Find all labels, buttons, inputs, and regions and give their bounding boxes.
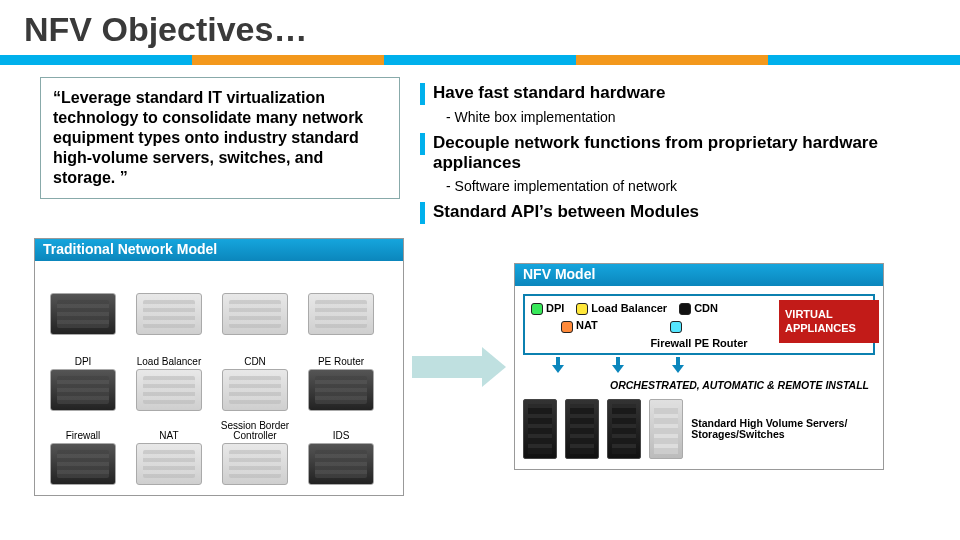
vf-label: Load Balancer — [591, 302, 667, 314]
down-arrow-icon — [553, 357, 563, 373]
hardware-grid: DPI Load Balancer CDN PE Router Firewall… — [43, 267, 395, 485]
hw-label: DPI — [75, 357, 92, 367]
vf-icon — [670, 321, 682, 333]
stripe-seg — [192, 55, 384, 65]
hw-item: Session Border Controller — [218, 421, 292, 485]
server-icon — [649, 399, 683, 459]
hw-label: Session Border Controller — [218, 421, 292, 441]
device-icon — [308, 293, 374, 335]
hw-item: PE Router — [304, 357, 378, 411]
device-icon — [222, 293, 288, 335]
bullet-bar — [420, 133, 425, 155]
bullet-bar — [420, 83, 425, 105]
bullet-bar — [420, 202, 425, 224]
virtual-appliances-label: VIRTUAL APPLIANCES — [779, 300, 879, 342]
vf-icon — [576, 303, 588, 315]
hw-item: IDS — [304, 431, 378, 485]
hw-label: CDN — [244, 357, 266, 367]
hw-label: PE Router — [318, 357, 364, 367]
objective-sub: White box implementation — [446, 109, 940, 125]
device-icon — [136, 293, 202, 335]
arrow-right-icon — [404, 347, 514, 387]
device-icon — [136, 443, 202, 485]
vf-label: NAT — [576, 319, 598, 331]
server-icon — [565, 399, 599, 459]
objective-heading: Have fast standard hardware — [433, 83, 665, 103]
servers-caption: Standard High Volume Servers/ Storages/S… — [691, 418, 875, 441]
objective-sub: Software implementation of network — [446, 178, 940, 194]
device-icon — [308, 443, 374, 485]
server-icon — [607, 399, 641, 459]
down-arrow-icon — [673, 357, 683, 373]
objective: Standard API’s between Modules — [420, 202, 940, 224]
virtual-appliances-box: VIRTUAL APPLIANCES DPI Load Balancer CDN… — [523, 294, 875, 354]
vf-label: DPI — [546, 302, 564, 314]
stripe-seg — [768, 55, 960, 65]
device-icon — [50, 443, 116, 485]
panel-traditional: Traditional Network Model DPI Load Balan… — [34, 238, 404, 496]
server-icon — [523, 399, 557, 459]
hw-label: NAT — [159, 431, 178, 441]
objective: Decouple network functions from propriet… — [420, 133, 940, 174]
hw-item: Firewall — [46, 431, 120, 485]
stripe-seg — [576, 55, 768, 65]
hw-label: Load Balancer — [137, 357, 202, 367]
down-arrow-icon — [613, 357, 623, 373]
hw-item — [46, 293, 120, 337]
hw-item: CDN — [218, 357, 292, 411]
hw-item — [132, 293, 206, 337]
hw-item — [304, 293, 378, 337]
panel-title: NFV Model — [515, 264, 883, 286]
device-icon — [222, 443, 288, 485]
device-icon — [308, 369, 374, 411]
hw-item: Load Balancer — [132, 357, 206, 411]
hw-item — [218, 293, 292, 337]
vf-icon — [561, 321, 573, 333]
stripe-seg — [0, 55, 192, 65]
quote-box: “Leverage standard IT virtualization tec… — [40, 77, 400, 199]
stripe-seg — [384, 55, 576, 65]
accent-stripe — [0, 55, 960, 65]
objective-heading: Decouple network functions from propriet… — [433, 133, 940, 174]
page-title: NFV Objectives… — [0, 0, 960, 55]
device-icon — [222, 369, 288, 411]
objective-heading: Standard API’s between Modules — [433, 202, 699, 222]
orchestration-caption: ORCHESTRATED, AUTOMATIC & REMOTE INSTALL — [523, 379, 875, 392]
vf-label: CDN — [694, 302, 718, 314]
hw-label: Firewall — [66, 431, 100, 441]
hw-label: IDS — [333, 431, 350, 441]
vf-icon — [679, 303, 691, 315]
hw-item: DPI — [46, 357, 120, 411]
device-icon — [50, 369, 116, 411]
objectives-list: Have fast standard hardware White box im… — [420, 77, 940, 226]
vf-icon — [531, 303, 543, 315]
device-icon — [136, 369, 202, 411]
device-icon — [50, 293, 116, 335]
panel-title: Traditional Network Model — [35, 239, 403, 261]
hw-item: NAT — [132, 431, 206, 485]
objective: Have fast standard hardware — [420, 83, 940, 105]
panel-nfv: NFV Model VIRTUAL APPLIANCES DPI Load Ba… — [514, 263, 884, 470]
